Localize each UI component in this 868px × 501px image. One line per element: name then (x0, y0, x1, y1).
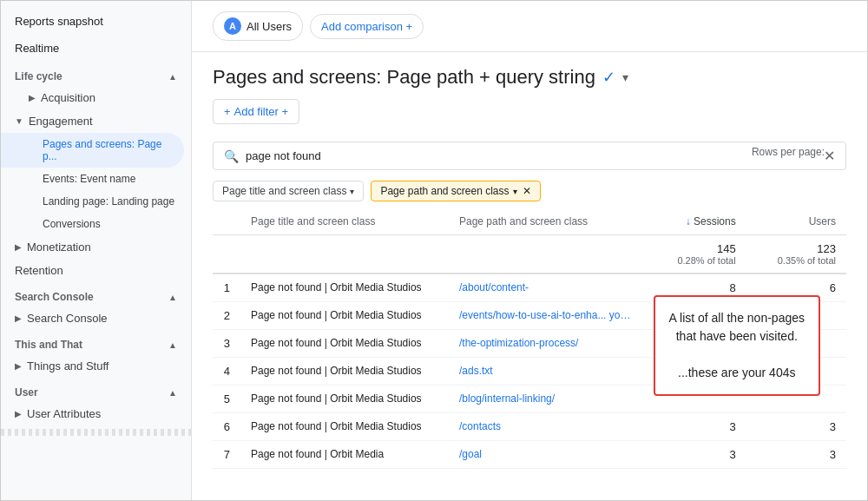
sidebar-item-user-attributes[interactable]: ▶ User Attributes (1, 402, 191, 425)
col-chip-page-path[interactable]: Page path and screen class ▾ ✕ (371, 181, 540, 201)
add-filter-button[interactable]: + Add filter + (213, 99, 299, 124)
sidebar-item-conversions[interactable]: Conversions (1, 213, 191, 235)
monetization-label: Monetization (27, 241, 91, 254)
sidebar-item-monetization[interactable]: ▶ Monetization (1, 235, 191, 259)
sidebar-section-this-and-that[interactable]: This and That ▲ (1, 330, 191, 354)
table-area: 🔍 ✕ Rows per page: Page title and screen… (192, 131, 867, 500)
td-total-num (213, 235, 240, 274)
annotation-line2: that have been visited. (669, 327, 805, 346)
sidebar-section-user[interactable]: User ▲ (1, 378, 191, 402)
th-sessions[interactable]: ↓ Sessions (646, 208, 746, 235)
totals-row: 145 0.28% of total 123 0.35% of total (213, 235, 846, 274)
sidebar-item-pages-screens[interactable]: Pages and screens: Page p... (1, 133, 184, 168)
td-col2: /blog/internal-linking/ (449, 386, 646, 413)
th-col1[interactable]: Page title and screen class (240, 208, 449, 235)
check-icon: ✓ (602, 68, 615, 87)
td-col1: Page not found | Orbit Media Studios (240, 413, 449, 441)
sidebar-item-retention[interactable]: Retention (1, 259, 191, 282)
td-col1: Page not found | Orbit Media Studios (240, 330, 449, 358)
search-console-triangle: ▶ (15, 313, 22, 323)
things-and-stuff-label: Things and Stuff (27, 359, 108, 372)
lifecycle-label: Life cycle (15, 70, 62, 82)
th-col2-label: Page path and screen class (459, 215, 588, 227)
annotation-box: A list of all the non-pages that have be… (654, 295, 820, 396)
avatar: A (224, 17, 241, 35)
th-users[interactable]: Users (746, 208, 846, 235)
th-num (213, 208, 240, 235)
things-stuff-triangle: ▶ (15, 361, 22, 371)
th-col1-label: Page title and screen class (251, 215, 375, 227)
col1-dropdown-arrow: ▾ (350, 187, 354, 196)
add-comparison-button[interactable]: Add comparison + (310, 14, 424, 39)
total-sessions-value: 145 (656, 242, 735, 255)
td-row-num: 4 (213, 358, 240, 386)
annotation-line1: A list of all the non-pages (669, 309, 805, 327)
td-col1: Page not found | Orbit Media Studios (240, 358, 449, 386)
user-section-label: User (15, 386, 38, 399)
sidebar-item-realtime[interactable]: Realtime (1, 35, 191, 62)
total-users-pct: 0.35% of total (757, 255, 836, 266)
table-row: 6 Page not found | Orbit Media Studios /… (213, 413, 846, 441)
td-col2: /goal (449, 441, 646, 469)
lifecycle-chevron: ▲ (168, 72, 177, 82)
td-users: 3 (746, 413, 846, 441)
sidebar: Reports snapshot Realtime lifecycle Life… (1, 1, 192, 500)
sidebar-item-engagement[interactable]: ▼ Engagement (1, 109, 191, 133)
sidebar-item-things-and-stuff[interactable]: ▶ Things and Stuff (1, 354, 191, 378)
td-row-num: 1 (213, 274, 240, 302)
table-row: 7 Page not found | Orbit Media /goal 3 3 (213, 441, 846, 469)
add-filter-icon: + (224, 105, 231, 118)
engagement-label: Engagement (29, 115, 93, 128)
user-attributes-triangle: ▶ (15, 409, 22, 419)
td-row-num: 6 (213, 413, 240, 441)
td-col2: /ads.txt (449, 358, 646, 386)
col2-close-icon[interactable]: ✕ (523, 185, 531, 197)
page-title: Pages and screens: Page path + query str… (213, 66, 846, 89)
main-content: A All Users Add comparison + Pages and s… (192, 1, 867, 500)
td-row-num: 2 (213, 302, 240, 330)
td-col1: Page not found | Orbit Media (240, 441, 449, 469)
td-col2: /the-optimization-process/ (449, 330, 646, 358)
sidebar-item-acquisition[interactable]: ▶ Acquisition (1, 86, 191, 109)
table-wrapper: A list of all the non-pages that have be… (213, 208, 846, 469)
this-and-that-chevron: ▲ (168, 340, 177, 350)
page-header: Pages and screens: Page path + query str… (192, 52, 867, 131)
th-sessions-label: Sessions (694, 215, 736, 227)
td-users: 3 (746, 441, 846, 469)
sidebar-item-search-console[interactable]: ▶ Search Console (1, 307, 191, 330)
search-console-chevron: ▲ (168, 293, 177, 302)
td-row-num: 7 (213, 441, 240, 469)
app-layout: Reports snapshot Realtime lifecycle Life… (1, 1, 867, 500)
td-sessions: 3 (646, 413, 746, 441)
top-bar: A All Users Add comparison + (192, 1, 867, 52)
th-col2[interactable]: Page path and screen class (449, 208, 646, 235)
search-icon: 🔍 (224, 149, 239, 163)
search-bar: 🔍 ✕ Rows per page: (213, 142, 846, 170)
sidebar-section-search-console[interactable]: Search Console ▲ (1, 282, 191, 307)
clear-icon[interactable]: ✕ (824, 148, 835, 164)
col-chip-page-title[interactable]: Page title and screen class ▾ (213, 181, 364, 201)
acquisition-label: Acquisition (41, 91, 95, 104)
sidebar-item-events[interactable]: Events: Event name (1, 168, 191, 190)
sidebar-item-landing-page[interactable]: Landing page: Landing page (1, 190, 191, 213)
all-users-chip[interactable]: A All Users (213, 11, 303, 41)
reports-snapshot-label: Reports snapshot (15, 15, 103, 28)
wavy-border (1, 429, 191, 436)
title-dropdown-arrow[interactable]: ▾ (622, 70, 628, 84)
sidebar-item-reports-snapshot[interactable]: Reports snapshot (1, 8, 191, 35)
sidebar-section-lifecycle[interactable]: lifecycle Life cycle ▲ (1, 62, 191, 86)
sessions-sort-arrow: ↓ (686, 215, 691, 227)
td-total-col1 (240, 235, 449, 274)
table-header-row: Page title and screen class Page path an… (213, 208, 846, 235)
rows-per-page-label: Rows per page: (752, 142, 825, 158)
user-chevron: ▲ (168, 388, 177, 398)
td-col2: /events/how-to-use-ai-to-enha... your-se… (449, 302, 646, 330)
conversions-label: Conversions (43, 218, 101, 230)
td-col1: Page not found | Orbit Media Studios (240, 274, 449, 302)
th-users-label: Users (809, 215, 836, 227)
this-and-that-label: This and That (15, 339, 82, 351)
page-title-text: Pages and screens: Page path + query str… (213, 66, 595, 89)
annotation-line3: ...these are your 404s (669, 364, 805, 382)
search-input[interactable] (246, 149, 817, 162)
td-total-users: 123 0.35% of total (746, 235, 846, 274)
